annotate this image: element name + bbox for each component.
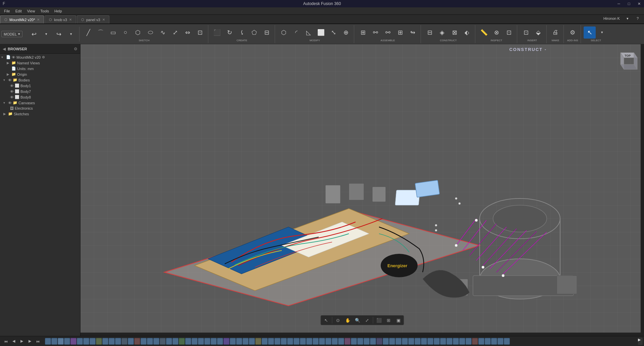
construct-midplane-button[interactable]: ⬖ [461, 26, 473, 39]
timeline-item[interactable] [185, 338, 191, 345]
timeline-play-button[interactable]: ▶ [18, 338, 25, 345]
timeline-item[interactable] [491, 338, 497, 345]
timeline-item[interactable] [141, 338, 147, 345]
sketch-project-button[interactable]: ⊡ [194, 26, 206, 39]
timeline-end-button[interactable]: ⏭ [34, 338, 42, 345]
menu-item-help[interactable]: Help [52, 7, 65, 15]
assemble-drive-button[interactable]: ↬ [407, 26, 419, 39]
view-cube[interactable]: TOP [614, 48, 641, 74]
timeline-item[interactable] [109, 338, 115, 345]
origin-expand-icon[interactable]: ▶ [7, 72, 11, 76]
tab-mountmk2[interactable]: ⬡ MountMk2 v20* ✕ [0, 15, 44, 23]
timeline-item[interactable] [243, 338, 249, 345]
vp-orbit-button[interactable]: ⊙ [333, 316, 343, 324]
vp-viewport-button[interactable]: ▣ [394, 316, 403, 324]
tree-item-bodies[interactable]: ▾ 👁 📁 Bodies [0, 77, 80, 83]
modify-combine-button[interactable]: ⊕ [340, 26, 352, 39]
root-expand-icon[interactable]: ▾ [1, 55, 6, 59]
user-chevron[interactable]: ▾ [624, 15, 631, 22]
make-3dprint-button[interactable]: 🖨 [549, 26, 561, 39]
timeline-scrollbar-right[interactable]: ▶ [638, 338, 643, 345]
timeline-item[interactable] [319, 338, 325, 345]
timeline-item[interactable] [466, 338, 472, 345]
timeline-item[interactable] [64, 338, 70, 345]
timeline-item[interactable] [147, 338, 153, 345]
timeline-item[interactable] [504, 338, 510, 345]
construct-tangentplane-button[interactable]: ⊠ [448, 26, 461, 39]
timeline-item[interactable] [70, 338, 76, 345]
timeline-item[interactable] [255, 338, 261, 345]
timeline-item[interactable] [51, 338, 57, 345]
tab-panel[interactable]: ⬡ panel v3 ✕ [77, 15, 109, 23]
vp-pan-button[interactable]: ✋ [343, 316, 353, 324]
timeline-item[interactable] [357, 338, 363, 345]
inspect-interference-button[interactable]: ⊗ [490, 26, 502, 39]
timeline-item[interactable] [472, 338, 478, 345]
timeline-prev-button[interactable]: ◀ [10, 338, 17, 345]
timeline-item[interactable] [58, 338, 64, 345]
menu-item-view[interactable]: View [24, 7, 38, 15]
tree-item-origin[interactable]: ▶ 📁 Origin [0, 71, 80, 77]
timeline-item[interactable] [344, 338, 351, 345]
timeline-item[interactable] [325, 338, 331, 345]
construct-planeatangle-button[interactable]: ◈ [436, 26, 448, 39]
vp-fit-button[interactable]: ⤢ [363, 316, 372, 324]
timeline-item[interactable] [313, 338, 319, 345]
timeline-item[interactable] [459, 338, 465, 345]
timeline-item[interactable] [415, 338, 421, 345]
tree-item-body1[interactable]: 👁 ⬜ Body1 [0, 83, 80, 89]
timeline-item[interactable] [434, 338, 440, 345]
timeline-item[interactable] [383, 338, 389, 345]
timeline-item[interactable] [389, 338, 395, 345]
timeline-item[interactable] [351, 338, 357, 345]
timeline-item[interactable] [249, 338, 255, 345]
sketch-circle-button[interactable]: ○ [119, 26, 131, 39]
bodies-expand-icon[interactable]: ▾ [3, 78, 8, 82]
viewport[interactable]: CONSTRUCT - Energizer [80, 44, 644, 336]
timeline-item[interactable] [370, 338, 376, 345]
timeline-start-button[interactable]: ⏮ [2, 338, 9, 345]
redo-button[interactable]: ↪ [53, 28, 65, 40]
timeline-item[interactable] [153, 338, 159, 345]
timeline-item[interactable] [395, 338, 401, 345]
timeline-item[interactable] [121, 338, 127, 345]
sketch-ellipse-button[interactable]: ⬭ [144, 26, 156, 39]
tab-knob-close[interactable]: ✕ [69, 18, 72, 21]
insert-canvas-button[interactable]: ⊡ [520, 26, 532, 39]
timeline-item[interactable] [160, 338, 166, 345]
tree-item-named-views[interactable]: ▶ 📁 Named Views [0, 60, 80, 66]
tree-item-body7[interactable]: 👁 ⬜ Body7 [0, 89, 80, 94]
timeline-item[interactable] [274, 338, 280, 345]
modify-scale-button[interactable]: ⤡ [327, 26, 339, 39]
root-eye-icon[interactable]: 👁 [12, 55, 15, 59]
browser-collapse-button[interactable]: ◀ [3, 47, 6, 51]
timeline-item[interactable] [90, 338, 96, 345]
menu-item-edit[interactable]: Edit [13, 7, 24, 15]
tree-item-electronics[interactable]: 🖼 Electronics [0, 106, 80, 111]
timeline-item[interactable] [485, 338, 491, 345]
tree-item-sketches[interactable]: ▶ 📁 Sketches [0, 111, 80, 117]
select-button[interactable]: ↖ [584, 26, 596, 39]
timeline-item[interactable] [204, 338, 210, 345]
timeline-next-button[interactable]: ▶ [26, 338, 34, 345]
assemble-rigidgroup-button[interactable]: ⊞ [394, 26, 406, 39]
timeline-item[interactable] [497, 338, 503, 345]
vp-zoom-button[interactable]: 🔍 [353, 316, 362, 324]
addins-scripts-button[interactable]: ⚙ [567, 26, 579, 39]
modify-fillet-button[interactable]: ◜ [290, 26, 302, 39]
timeline-item[interactable] [268, 338, 274, 345]
sketch-offset-button[interactable]: ⤢ [169, 26, 181, 39]
timeline-item[interactable] [293, 338, 300, 345]
redo-arrow-button[interactable]: ▾ [65, 28, 77, 40]
tree-item-root[interactable]: ▾ 📄 👁 MountMk2 v20 ⚙ [0, 54, 80, 60]
timeline-item[interactable] [45, 338, 51, 345]
timeline-item[interactable] [134, 338, 140, 345]
timeline-item[interactable] [96, 338, 102, 345]
assemble-new-button[interactable]: ⊞ [357, 26, 369, 39]
sketch-spline-button[interactable]: ∿ [157, 26, 169, 39]
model-dropdown[interactable]: MODEL ▾ [1, 31, 22, 37]
timeline-item[interactable] [172, 338, 178, 345]
timeline-item[interactable] [300, 338, 306, 345]
undo-arrow-button[interactable]: ▾ [40, 28, 52, 40]
timeline-item[interactable] [211, 338, 217, 345]
